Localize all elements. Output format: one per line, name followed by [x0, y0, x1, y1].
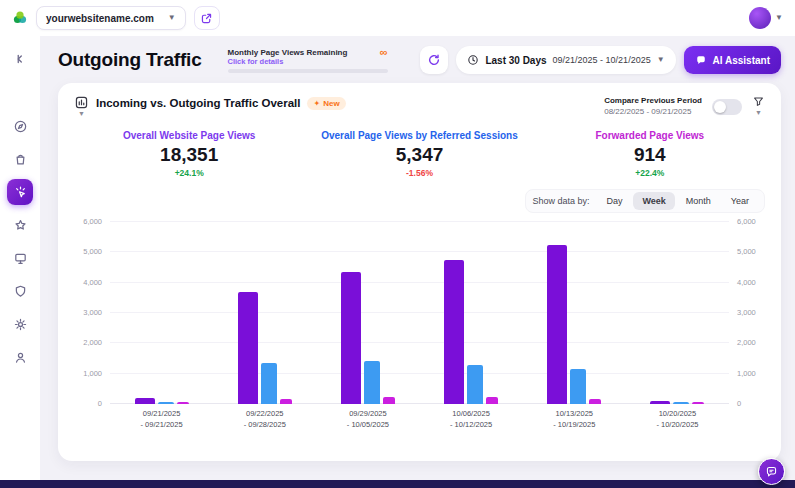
bar-overall-page-views-by-referred-sessions[interactable]: [467, 365, 483, 404]
bar-groups: [110, 222, 729, 404]
date-range-value: 09/21/2025 - 10/21/2025: [553, 55, 651, 65]
bar-group: [523, 222, 626, 404]
bar-forwarded-page-views[interactable]: [280, 399, 292, 404]
x-axis-label: 09/21/2025- 09/21/2025: [110, 409, 213, 431]
y-axis-right: 01,0002,0003,0004,0005,0006,000: [729, 222, 765, 404]
bar-forwarded-page-views[interactable]: [692, 402, 704, 404]
sidebar-item-dashboard[interactable]: [7, 113, 33, 139]
period-button-week[interactable]: Week: [633, 192, 674, 210]
sidebar-item-account[interactable]: [7, 344, 33, 370]
bar-overall-website-page-views[interactable]: [650, 401, 670, 404]
period-selector-row: Show data by: DayWeekMonthYear: [74, 189, 765, 213]
bar-overall-page-views-by-referred-sessions[interactable]: [261, 363, 277, 404]
bar-chart: 01,0002,0003,0004,0005,0006,000 01,0002,…: [74, 222, 765, 404]
period-buttons: DayWeekMonthYear: [597, 192, 758, 210]
filter-icon: [752, 95, 765, 108]
site-selector[interactable]: yourwebsitename.com ▼: [36, 6, 186, 30]
avatar: [749, 7, 771, 29]
stats-row: Overall Website Page Views18,351+24.1%Ov…: [74, 130, 765, 178]
stat-forwarded-page-views: Forwarded Page Views914+22.4%: [535, 130, 765, 178]
sidebar-item-display[interactable]: [7, 245, 33, 271]
bar-overall-page-views-by-referred-sessions[interactable]: [158, 402, 174, 404]
user-menu[interactable]: ▼: [749, 7, 783, 29]
gear-icon: [13, 317, 28, 332]
bar-overall-website-page-views[interactable]: [444, 260, 464, 404]
sidebar-collapse-button[interactable]: [7, 46, 33, 72]
stat-delta: +22.4%: [535, 168, 765, 178]
x-axis-label: 10/20/2025- 10/20/2025: [626, 409, 729, 431]
refresh-button[interactable]: [420, 46, 448, 74]
traffic-overview-card: ▼ Incoming vs. Outgoing Traffic Overall …: [58, 83, 781, 461]
star-icon: [13, 218, 28, 233]
sidebar-item-products[interactable]: [7, 146, 33, 172]
sidebar-item-settings[interactable]: [7, 311, 33, 337]
y-tick-label: 6,000: [74, 217, 110, 226]
chevron-down-icon: ▼: [775, 14, 783, 22]
bar-group: [420, 222, 523, 404]
bar-group: [316, 222, 419, 404]
ai-assistant-button[interactable]: AI Assistant: [684, 46, 781, 74]
y-tick-label: 1,000: [729, 369, 765, 378]
external-link-icon: [200, 12, 213, 25]
period-button-month[interactable]: Month: [677, 192, 720, 210]
sidebar-item-outgoing-traffic[interactable]: [7, 179, 33, 205]
sidebar-item-integrations[interactable]: [7, 212, 33, 238]
bar-overall-website-page-views[interactable]: [341, 272, 361, 404]
refresh-icon: [427, 53, 441, 67]
main-content: Outgoing Traffic Monthly Page Views Rema…: [40, 36, 795, 480]
chat-icon: [695, 54, 707, 66]
compare-period-label: Compare Previous Period: [604, 96, 702, 105]
compass-icon: [13, 119, 28, 134]
quota-details-link[interactable]: Click for details: [228, 57, 388, 66]
stat-value: 914: [535, 144, 765, 166]
footer-strip: [0, 480, 795, 488]
y-tick-label: 2,000: [729, 338, 765, 347]
y-tick-label: 4,000: [729, 278, 765, 287]
chevron-down-icon: ▼: [78, 110, 85, 117]
date-range-picker[interactable]: Last 30 Days 09/21/2025 - 10/21/2025 ▼: [456, 46, 675, 74]
y-axis-left: 01,0002,0003,0004,0005,0006,000: [74, 222, 110, 404]
bar-overall-page-views-by-referred-sessions[interactable]: [364, 361, 380, 404]
new-badge-label: New: [323, 99, 339, 108]
header-actions: Last 30 Days 09/21/2025 - 10/21/2025 ▼ A…: [420, 46, 781, 74]
period-button-day[interactable]: Day: [597, 192, 631, 210]
bar-group: [110, 222, 213, 404]
show-data-by-label: Show data by:: [532, 196, 589, 206]
open-site-button[interactable]: [194, 6, 220, 30]
bar-overall-website-page-views[interactable]: [238, 292, 258, 404]
shield-icon: [13, 284, 28, 299]
bar-forwarded-page-views[interactable]: [589, 399, 601, 404]
arrow-left-icon: [13, 52, 27, 66]
outgoing-traffic-icon: [13, 185, 28, 200]
bar-overall-page-views-by-referred-sessions[interactable]: [570, 369, 586, 404]
stat-label: Forwarded Page Views: [535, 130, 765, 141]
app-logo-icon: [12, 10, 28, 26]
bar-overall-page-views-by-referred-sessions[interactable]: [673, 402, 689, 404]
quota-widget[interactable]: Monthly Page Views Remaining ∞ Click for…: [228, 48, 388, 73]
y-tick-label: 3,000: [74, 308, 110, 317]
y-tick-label: 3,000: [729, 308, 765, 317]
card-title: Incoming vs. Outgoing Traffic Overall: [96, 97, 300, 109]
chat-fab[interactable]: [758, 458, 785, 485]
y-tick-label: 5,000: [729, 247, 765, 256]
chart-card-icon[interactable]: ▼: [74, 95, 89, 117]
site-selector-label: yourwebsitename.com: [46, 13, 154, 24]
stat-label: Overall Page Views by Referred Sessions: [304, 130, 534, 141]
compare-period-toggle[interactable]: [712, 99, 742, 115]
infinity-icon: ∞: [380, 48, 388, 57]
period-button-year[interactable]: Year: [722, 192, 758, 210]
bar-forwarded-page-views[interactable]: [177, 402, 189, 404]
sidebar-item-security[interactable]: [7, 278, 33, 304]
bar-forwarded-page-views[interactable]: [486, 397, 498, 404]
quota-label: Monthly Page Views Remaining: [228, 48, 348, 57]
compare-period-block: Compare Previous Period 08/22/2025 - 09/…: [604, 96, 702, 116]
stat-overall-website-page-views: Overall Website Page Views18,351+24.1%: [74, 130, 304, 178]
quota-progress-bar: [228, 69, 388, 73]
sparkle-icon: ✦: [313, 99, 320, 108]
bar-overall-website-page-views[interactable]: [135, 398, 155, 404]
page-title: Outgoing Traffic: [58, 49, 202, 71]
filter-button[interactable]: ▼: [752, 95, 765, 116]
bar-overall-website-page-views[interactable]: [547, 245, 567, 404]
y-tick-label: 6,000: [729, 217, 765, 226]
bar-forwarded-page-views[interactable]: [383, 397, 395, 404]
